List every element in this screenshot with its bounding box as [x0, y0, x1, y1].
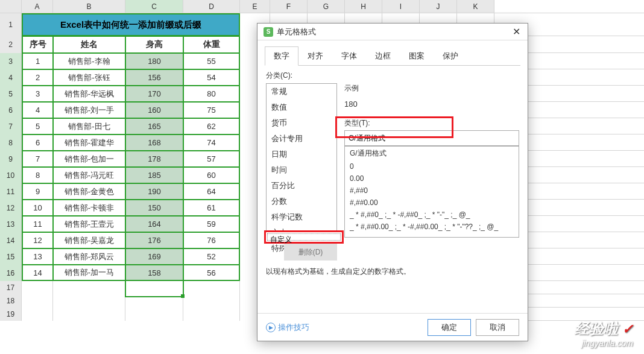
type-list[interactable]: G/通用格式 0 0.00 #,##0 #,##0.00 _ * #,##0_ …	[344, 146, 519, 238]
col-header-H[interactable]: H	[345, 0, 382, 13]
cell-weight[interactable]: 64	[183, 183, 240, 200]
type-item[interactable]: G/通用格式	[345, 147, 519, 160]
cancel-button[interactable]: 取消	[476, 319, 519, 336]
cell-weight[interactable]: 62	[183, 118, 240, 134]
cell-weight[interactable]: 60	[183, 167, 240, 183]
cell-name[interactable]: 销售部-加一马	[53, 265, 125, 281]
row-header-12[interactable]: 12	[0, 200, 22, 216]
cell-num[interactable]: 2	[22, 69, 53, 86]
cell-num[interactable]: 5	[22, 118, 53, 134]
th-name[interactable]: 姓名	[53, 36, 125, 53]
cell-name[interactable]: 销售部-郑风云	[53, 248, 125, 265]
row-header-4[interactable]: 4	[0, 69, 22, 86]
ok-button[interactable]: 确定	[428, 319, 471, 336]
cell-name[interactable]: 销售部-张钰	[53, 69, 125, 86]
cell-height[interactable]: 185	[125, 167, 183, 183]
category-item[interactable]: 时间	[267, 162, 336, 178]
cell-name[interactable]: 销售部-华远枫	[53, 86, 125, 102]
cell-num[interactable]: 1	[22, 53, 53, 69]
col-header-D[interactable]: D	[183, 0, 240, 13]
close-icon[interactable]: ✕	[511, 27, 522, 37]
row-header-8[interactable]: 8	[0, 134, 22, 151]
type-item[interactable]: _ * #,##0_ ;_ * -#,##0_ ;_ * "-"_ ;_ @_	[345, 209, 519, 221]
cell-height[interactable]: 150	[125, 200, 183, 216]
dialog-titlebar[interactable]: S 单元格格式 ✕	[257, 24, 528, 40]
cell-weight[interactable]: 56	[183, 265, 240, 281]
cell-name[interactable]: 销售部-包加一	[53, 151, 125, 167]
row-header-19[interactable]: 19	[0, 308, 22, 321]
cell-height[interactable]: 178	[125, 151, 183, 167]
cell-weight[interactable]: 75	[183, 102, 240, 118]
type-item[interactable]: 0.00	[345, 172, 519, 185]
cell-num[interactable]: 14	[22, 265, 53, 281]
category-item[interactable]: 百分比	[267, 178, 336, 194]
col-header-G[interactable]: G	[308, 0, 345, 13]
tab-align[interactable]: 对齐	[298, 46, 332, 66]
cell-num[interactable]: 12	[22, 232, 53, 248]
category-item[interactable]: 日期	[267, 147, 336, 162]
cell-num[interactable]: 13	[22, 248, 53, 265]
type-item[interactable]: #,##0	[345, 185, 519, 197]
category-item[interactable]: 会计专用	[267, 131, 336, 147]
tab-number[interactable]: 数字	[265, 46, 298, 66]
row-header-11[interactable]: 11	[0, 183, 22, 200]
cell-height[interactable]: 164	[125, 216, 183, 232]
tips-link[interactable]: ▶ 操作技巧	[266, 322, 309, 333]
cell-num[interactable]: 11	[22, 216, 53, 232]
cell-height[interactable]: 156	[125, 69, 183, 86]
cell-weight[interactable]: 57	[183, 151, 240, 167]
cell-weight[interactable]: 80	[183, 86, 240, 102]
type-input[interactable]	[344, 130, 519, 146]
type-item[interactable]: _ * #,##0.00_ ;_ * -#,##0.00_ ;_ * "-"??…	[345, 221, 519, 233]
tab-font[interactable]: 字体	[332, 46, 366, 66]
cell-num[interactable]: 8	[22, 167, 53, 183]
category-item[interactable]: 文本	[267, 225, 336, 241]
cell-num[interactable]: 3	[22, 86, 53, 102]
type-item[interactable]: 0	[345, 160, 519, 172]
cell-height[interactable]: 165	[125, 118, 183, 134]
row-header-1[interactable]: 1	[0, 13, 22, 36]
row-header-15[interactable]: 15	[0, 248, 22, 265]
row-header-7[interactable]: 7	[0, 118, 22, 134]
cell-num[interactable]: 7	[22, 151, 53, 167]
type-item[interactable]: #,##0.00	[345, 197, 519, 209]
cell-height[interactable]: 160	[125, 102, 183, 118]
row-header-16[interactable]: 16	[0, 265, 22, 281]
cell-num[interactable]: 6	[22, 134, 53, 151]
tab-pattern[interactable]: 图案	[400, 46, 434, 66]
cell-weight[interactable]: 54	[183, 69, 240, 86]
cell-name[interactable]: 销售部-金黄色	[53, 183, 125, 200]
cell-name[interactable]: 销售部-霍建华	[53, 134, 125, 151]
cell-weight[interactable]: 74	[183, 134, 240, 151]
title-cell[interactable]: Excel表中如何统一添加前缀或后缀	[22, 13, 240, 36]
row-header-2[interactable]: 2	[0, 36, 22, 53]
category-item[interactable]: 常规	[267, 84, 336, 100]
cell-name[interactable]: 销售部-刘一手	[53, 102, 125, 118]
cell-weight[interactable]: 76	[183, 232, 240, 248]
category-item[interactable]: 货币	[267, 115, 336, 131]
col-header-I[interactable]: I	[382, 0, 420, 13]
col-header-E[interactable]: E	[240, 0, 270, 13]
cell-name[interactable]: 销售部-吴嘉龙	[53, 232, 125, 248]
tab-border[interactable]: 边框	[366, 46, 400, 66]
row-header-5[interactable]: 5	[0, 86, 22, 102]
row-header-10[interactable]: 10	[0, 167, 22, 183]
col-header-J[interactable]: J	[420, 0, 457, 13]
row-header-3[interactable]: 3	[0, 53, 22, 69]
cell-weight[interactable]: 61	[183, 200, 240, 216]
cell-num[interactable]: 9	[22, 183, 53, 200]
col-header-A[interactable]: A	[22, 0, 53, 13]
th-weight[interactable]: 体重	[183, 36, 240, 53]
col-header-K[interactable]: K	[457, 0, 494, 13]
cell-name[interactable]: 销售部-李翰	[53, 53, 125, 69]
cell-height[interactable]: 170	[125, 86, 183, 102]
cell-name[interactable]: 销售部-王壹元	[53, 216, 125, 232]
cell-height[interactable]: 176	[125, 232, 183, 248]
row-header-9[interactable]: 9	[0, 151, 22, 167]
row-header-18[interactable]: 18	[0, 294, 22, 308]
cell-name[interactable]: 销售部-田七	[53, 118, 125, 134]
row-header-13[interactable]: 13	[0, 216, 22, 232]
cell-height[interactable]: 190	[125, 183, 183, 200]
col-header-F[interactable]: F	[270, 0, 308, 13]
cell-weight[interactable]: 52	[183, 248, 240, 265]
